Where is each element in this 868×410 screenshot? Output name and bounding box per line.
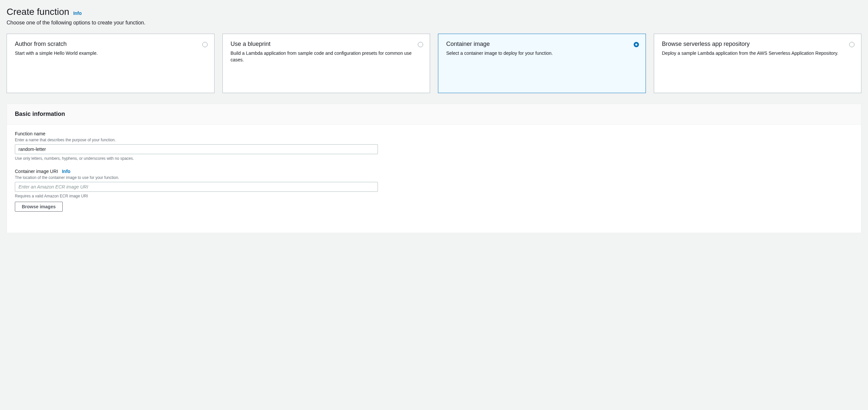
page-title: Create function xyxy=(7,7,69,17)
container-uri-label: Container image URI xyxy=(15,169,58,174)
browse-images-button[interactable]: Browse images xyxy=(15,202,63,212)
container-uri-info-link[interactable]: Info xyxy=(62,169,71,174)
option-use-blueprint[interactable]: Use a blueprint Build a Lambda applicati… xyxy=(222,34,430,93)
container-uri-field: Container image URI Info The location of… xyxy=(15,169,853,212)
radio-icon xyxy=(634,42,639,47)
basic-information-panel: Basic information Function name Enter a … xyxy=(7,104,861,233)
container-uri-constraint: Requires a valid Amazon ECR image URI xyxy=(15,194,853,198)
option-title: Browse serverless app repository xyxy=(662,40,854,48)
option-container-image[interactable]: Container image Select a container image… xyxy=(438,34,646,93)
function-name-hint: Enter a name that describes the purpose … xyxy=(15,138,853,142)
option-title: Author from scratch xyxy=(15,40,206,48)
function-name-label: Function name xyxy=(15,131,45,136)
radio-icon xyxy=(418,42,423,47)
panel-header: Basic information xyxy=(7,104,861,124)
option-title: Container image xyxy=(446,40,638,48)
function-name-constraint: Use only letters, numbers, hyphens, or u… xyxy=(15,156,853,161)
option-desc: Select a container image to deploy for y… xyxy=(446,50,638,57)
panel-title: Basic information xyxy=(15,111,853,118)
function-name-input[interactable] xyxy=(15,144,378,154)
radio-icon xyxy=(202,42,208,47)
page-subtitle: Choose one of the following options to c… xyxy=(7,20,861,26)
info-link[interactable]: Info xyxy=(73,10,82,16)
container-uri-hint: The location of the container image to u… xyxy=(15,175,853,180)
option-title: Use a blueprint xyxy=(231,40,422,48)
option-desc: Build a Lambda application from sample c… xyxy=(231,50,422,63)
option-author-from-scratch[interactable]: Author from scratch Start with a simple … xyxy=(7,34,215,93)
panel-body: Function name Enter a name that describe… xyxy=(7,124,861,233)
function-name-field: Function name Enter a name that describe… xyxy=(15,131,853,161)
page-header: Create function Info xyxy=(7,7,861,17)
radio-icon xyxy=(849,42,855,47)
option-browse-serverless-repo[interactable]: Browse serverless app repository Deploy … xyxy=(654,34,862,93)
option-desc: Start with a simple Hello World example. xyxy=(15,50,206,57)
option-desc: Deploy a sample Lambda application from … xyxy=(662,50,854,57)
container-uri-input[interactable] xyxy=(15,182,378,192)
option-cards: Author from scratch Start with a simple … xyxy=(7,34,861,93)
